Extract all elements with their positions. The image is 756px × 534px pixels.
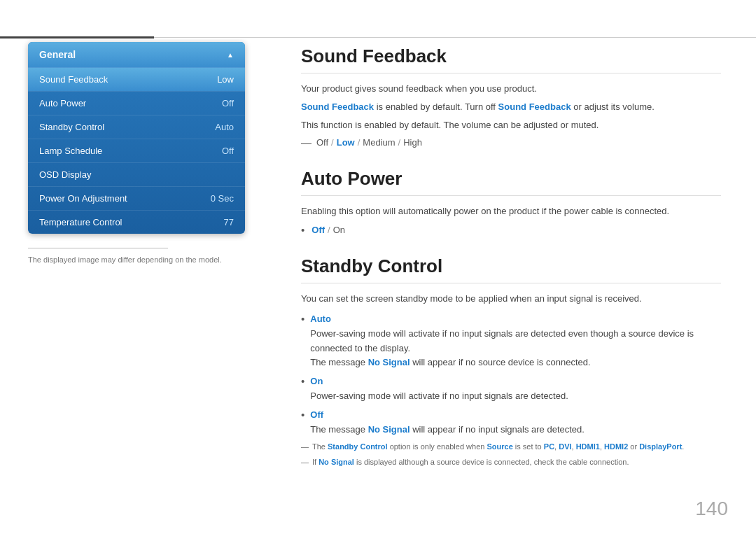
menu-item-auto-power[interactable]: Auto Power Off [28, 91, 245, 115]
ap-opt-on: On [333, 225, 345, 235]
menu-item-label-0: Sound Feedback [39, 74, 108, 85]
sf-highlight-2: Sound Feedback [498, 101, 571, 112]
sf-options: — Off / Low / Medium / High [301, 136, 721, 148]
sc-note-displayport: DisplayPort [639, 442, 682, 451]
menu-item-value-5: 0 Sec [211, 193, 234, 204]
section-title-standby-control: Standby Control [301, 255, 721, 283]
section-title-sound-feedback: Sound Feedback [301, 45, 721, 73]
menu-item-value-6: 77 [224, 217, 234, 227]
menu-item-label-1: Auto Power [39, 98, 86, 108]
right-panel: Sound Feedback Your product gives sound … [266, 0, 756, 534]
sf-opt-off: Off [316, 137, 328, 148]
sc-para-1: You can set the screen standby mode to b… [301, 292, 721, 307]
sf-para-1: Your product gives sound feedback when y… [301, 82, 721, 97]
ap-options: • Off / On [301, 223, 721, 236]
menu-item-value-3: Off [222, 146, 234, 156]
sf-dash: — [301, 136, 312, 148]
sf-para-2: Sound Feedback is enabled by default. Tu… [301, 100, 721, 115]
top-bar-dark [0, 36, 154, 38]
left-divider [28, 248, 168, 248]
menu-item-value-0: Low [217, 74, 234, 85]
sc-note-dash-2: — [301, 456, 309, 468]
sc-note-source: Source [486, 442, 512, 451]
sf-para-3: This function is enabled by default. The… [301, 118, 721, 133]
sc-bullet-auto: • Auto Power-saving mode will activate i… [301, 312, 721, 370]
section-sound-feedback: Sound Feedback Your product gives sound … [301, 45, 721, 148]
menu-item-temperature-control[interactable]: Temperature Control 77 [28, 210, 245, 234]
sc-no-signal-2: No Signal [368, 424, 410, 435]
sc-note-hdmi1: HDMI1 [576, 442, 600, 451]
sf-opt-high: High [403, 137, 422, 148]
sc-note-standby: Standby Control [328, 442, 388, 451]
menu-item-standby-control[interactable]: Standby Control Auto [28, 115, 245, 139]
menu-item-label-4: OSD Display [39, 169, 91, 180]
sc-bullet-dot-auto: • [301, 313, 304, 325]
sc-note-dash-1: — [301, 441, 309, 453]
ap-opt-off: Off [312, 225, 325, 235]
sf-highlight-1: Sound Feedback [301, 101, 374, 112]
menu-item-osd-display[interactable]: OSD Display [28, 162, 245, 186]
sc-bullet-content-off: Off The message No Signal will appear if… [310, 408, 584, 437]
sc-on-label: On [310, 376, 323, 386]
sc-bullet-dot-on: • [301, 375, 304, 387]
menu-header-arrow: ▲ [227, 51, 234, 59]
section-title-auto-power: Auto Power [301, 168, 721, 196]
menu-item-label-5: Power On Adjustment [39, 193, 127, 204]
sc-note-1: — The Standby Control option is only ena… [301, 441, 721, 453]
menu-item-value-1: Off [222, 98, 234, 108]
left-panel: General ▲ Sound Feedback Low Auto Power … [0, 0, 266, 534]
page-container: General ▲ Sound Feedback Low Auto Power … [0, 0, 756, 534]
sc-bullet-content-on: On Power-saving mode will activate if no… [310, 374, 568, 404]
sc-no-signal-1: No Signal [368, 357, 410, 367]
section-standby-control: Standby Control You can set the screen s… [301, 255, 721, 468]
menu-item-value-2: Auto [215, 122, 234, 132]
sc-bullet-off: • Off The message No Signal will appear … [301, 408, 721, 437]
menu-item-label-6: Temperature Control [39, 217, 122, 227]
top-bar-light [154, 37, 756, 38]
ap-para-1: Enabling this option will automatically … [301, 204, 721, 219]
sc-bullet-on: • On Power-saving mode will activate if … [301, 374, 721, 404]
sc-note-pc: PC [544, 442, 554, 451]
menu-item-sound-feedback[interactable]: Sound Feedback Low [28, 67, 245, 91]
menu-item-lamp-schedule[interactable]: Lamp Schedule Off [28, 139, 245, 162]
sc-off-label: Off [310, 409, 323, 420]
sc-note-nosignal: No Signal [318, 458, 354, 466]
left-note: The displayed image may differ depending… [28, 255, 245, 264]
sc-note-dvi: DVI [559, 442, 571, 451]
menu-item-power-on-adjustment[interactable]: Power On Adjustment 0 Sec [28, 186, 245, 210]
section-auto-power: Auto Power Enabling this option will aut… [301, 168, 721, 236]
top-bar [0, 36, 756, 38]
sc-bullet-content-auto: Auto Power-saving mode will activate if … [310, 312, 721, 370]
sf-opt-medium: Medium [363, 137, 395, 148]
sc-bullets: • Auto Power-saving mode will activate i… [301, 312, 721, 437]
ap-bullet: • [301, 224, 304, 236]
menu-header-label: General [39, 49, 76, 60]
sc-note-2: — If No Signal is displayed although a s… [301, 456, 721, 468]
sc-bullet-dot-off: • [301, 409, 304, 421]
menu-item-label-2: Standby Control [39, 122, 104, 132]
menu-container: General ▲ Sound Feedback Low Auto Power … [28, 42, 245, 234]
menu-item-label-3: Lamp Schedule [39, 146, 102, 156]
sc-note-hdmi2: HDMI2 [604, 442, 628, 451]
menu-header: General ▲ [28, 42, 245, 67]
sc-auto-label: Auto [310, 314, 331, 324]
sf-opt-low: Low [337, 137, 355, 148]
page-number: 140 [695, 498, 728, 520]
